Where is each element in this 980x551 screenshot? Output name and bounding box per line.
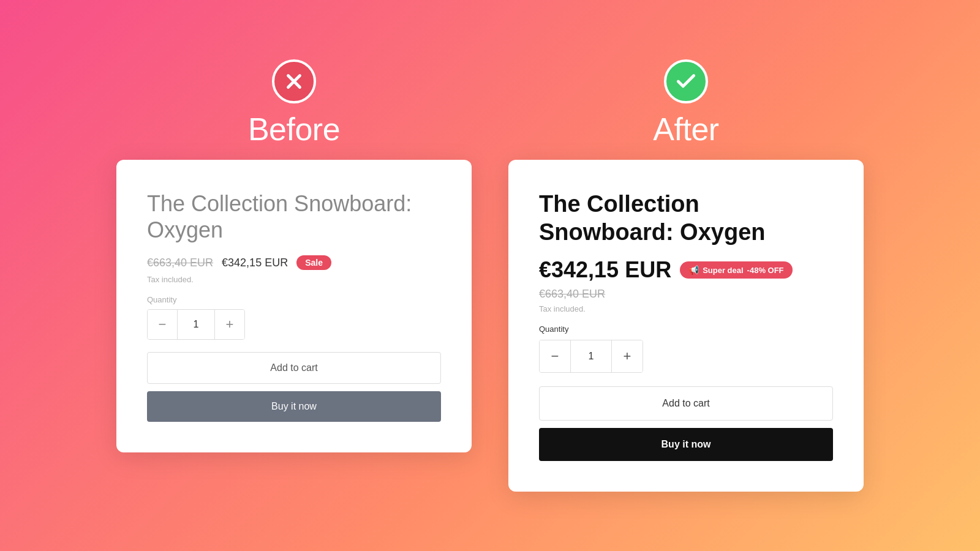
- after-add-to-cart-button[interactable]: Add to cart: [539, 386, 833, 421]
- before-add-to-cart-button[interactable]: Add to cart: [147, 352, 441, 384]
- before-stepper-value: 1: [177, 310, 215, 339]
- before-card: The Collection Snowboard: Oxygen €663,40…: [116, 160, 472, 452]
- megaphone-icon: 📢: [688, 265, 699, 275]
- after-title: After: [653, 111, 718, 148]
- before-title: Before: [248, 111, 340, 148]
- super-deal-label: Super deal: [703, 266, 743, 275]
- after-super-deal-badge: 📢 Super deal -48% OFF: [680, 261, 792, 279]
- after-stepper-plus[interactable]: +: [612, 340, 643, 372]
- before-buy-now-button[interactable]: Buy it now: [147, 391, 441, 422]
- before-quantity-label: Quantity: [147, 295, 441, 304]
- before-original-price: €663,40 EUR: [147, 257, 213, 269]
- before-panel: Before The Collection Snowboard: Oxygen …: [116, 59, 472, 452]
- before-stepper-plus[interactable]: +: [215, 310, 244, 339]
- after-badge-icon: [664, 59, 708, 103]
- after-quantity-stepper: − 1 +: [539, 340, 643, 373]
- before-badge-icon: [272, 59, 316, 103]
- after-tax-note: Tax included.: [539, 304, 833, 313]
- after-stepper-minus[interactable]: −: [540, 340, 570, 372]
- after-stepper-value: 1: [570, 340, 612, 372]
- before-product-title: The Collection Snowboard: Oxygen: [147, 190, 441, 243]
- after-sale-price: €342,15 EUR: [539, 257, 671, 283]
- after-product-title: The Collection Snowboard: Oxygen: [539, 190, 833, 246]
- after-original-price: €663,40 EUR: [539, 288, 833, 301]
- before-quantity-stepper: − 1 +: [147, 309, 245, 340]
- comparison-wrapper: Before The Collection Snowboard: Oxygen …: [80, 41, 900, 510]
- before-sale-badge: Sale: [296, 255, 331, 270]
- before-stepper-minus[interactable]: −: [148, 310, 177, 339]
- after-card: The Collection Snowboard: Oxygen €342,15…: [508, 160, 864, 492]
- before-sale-price: €342,15 EUR: [222, 257, 288, 269]
- before-tax-note: Tax included.: [147, 275, 441, 284]
- after-panel: After The Collection Snowboard: Oxygen €…: [508, 59, 864, 492]
- discount-label: -48% OFF: [747, 266, 784, 275]
- before-price-row: €663,40 EUR €342,15 EUR Sale: [147, 255, 441, 270]
- after-price-row: €342,15 EUR 📢 Super deal -48% OFF: [539, 257, 833, 283]
- after-quantity-label: Quantity: [539, 324, 833, 334]
- after-buy-now-button[interactable]: Buy it now: [539, 428, 833, 461]
